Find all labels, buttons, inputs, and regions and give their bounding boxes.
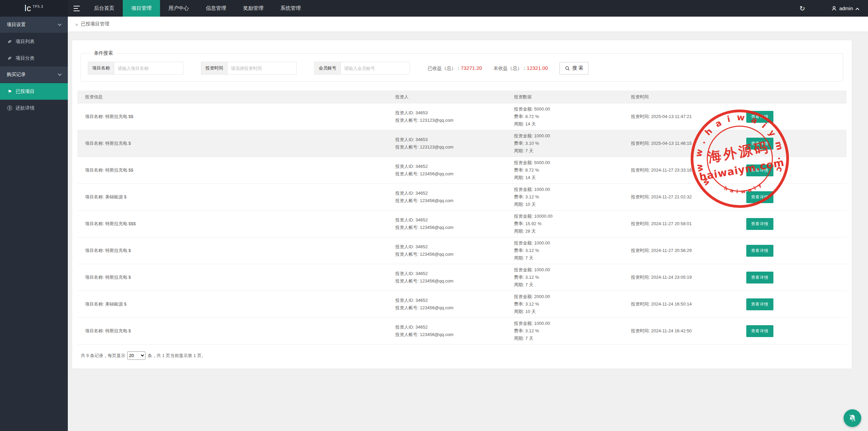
chevron-down-icon — [58, 22, 61, 26]
flag-icon: ⚑ — [7, 89, 13, 94]
cell-invest-data: 投资金额: 1000.00 费率: 3.10 % 周期: 7 天 — [506, 132, 623, 155]
sidebar-item-project-category[interactable]: 项目分类 — [0, 50, 68, 66]
cell-invest-time: 投资时间: 2025-04-13 11:46:15 — [623, 140, 740, 147]
link-icon — [7, 39, 13, 44]
cell-invest-data: 投资金额: 5000.00 费率: 8.72 % 周期: 14 天 — [506, 105, 623, 128]
sidebar-item-label: 项目分类 — [16, 55, 35, 61]
cell-invest-time: 投资时间: 2024-11-27 21:02:32 — [623, 193, 740, 201]
cell-actions: 查看详情 — [740, 218, 847, 230]
breadcrumb: » 已投项目管理 — [68, 17, 868, 32]
cell-actions: 查看详情 — [740, 272, 847, 283]
member-account-group: 会员账号 — [314, 62, 410, 75]
invest-time-input[interactable] — [227, 62, 297, 75]
breadcrumb-arrow-icon: » — [75, 21, 78, 27]
cell-investor: 投资人ID: 34653 投资人帐号: 123123@qq.com — [388, 109, 506, 124]
float-action-button[interactable] — [844, 409, 861, 427]
nav-item-info[interactable]: 信息管理 — [197, 0, 235, 17]
earned-total: 已收益（总）：73271.20 — [428, 65, 482, 72]
view-detail-button[interactable]: 查看详情 — [746, 325, 773, 337]
link-icon — [7, 56, 13, 61]
search-button[interactable]: 搜 索 — [559, 62, 589, 75]
cell-investor: 投资人ID: 34652 投资人帐号: 123456@qq.com — [388, 216, 506, 231]
app-logo-version: TP5.3 — [33, 5, 43, 8]
cell-invest-data: 投资金额: 2000.00 费率: 3.12 % 周期: 10 天 — [506, 293, 623, 315]
nav-item-users[interactable]: 用户中心 — [160, 0, 197, 17]
bell-slash-icon — [848, 414, 857, 423]
project-name-group: 项目名称 — [88, 62, 183, 75]
cell-invest-info: 项目名称: 特斯拉充电 $ — [77, 247, 388, 254]
menu-toggle-icon[interactable] — [68, 0, 85, 17]
pagination-prefix: 共 9 条记录，每页显示 — [81, 353, 125, 359]
chevron-up-icon — [855, 7, 859, 11]
cell-invest-data: 投资金额: 1000.00 费率: 3.12 % 周期: 7 天 — [506, 239, 623, 262]
content-card: 条件搜索 项目名称 投资时间 会员账号 已收益（总）：73271.20 未收益（… — [72, 40, 852, 369]
member-account-input[interactable] — [340, 62, 410, 75]
earned-total-value: 73271.20 — [461, 65, 482, 71]
project-name-input[interactable] — [114, 62, 183, 75]
nav-item-dashboard[interactable]: 后台首页 — [85, 0, 123, 17]
cell-invest-data: 投资金额: 1000.00 费率: 3.12 % 周期: 7 天 — [506, 320, 623, 342]
cell-invest-data: 投资金额: 5000.00 费率: 8.72 % 周期: 14 天 — [506, 159, 623, 181]
table-row: 项目名称: 特斯拉充电 $ 投资人ID: 34653 投资人帐号: 123123… — [77, 130, 847, 157]
view-detail-button[interactable]: 查看详情 — [746, 298, 773, 310]
sidebar: 项目设置 项目列表 项目分类 购买记录 ⚑ 已投项目 $ 还款详情 — [0, 17, 68, 431]
view-detail-button[interactable]: 查看详情 — [746, 111, 773, 123]
app-logo: lcTP5.3 — [0, 0, 68, 17]
pagination-suffix: 条，共 1 页当前显示第 1 页。 — [147, 353, 206, 359]
cell-investor: 投资人ID: 34652 投资人帐号: 123456@qq.com — [388, 270, 506, 285]
nav-item-system[interactable]: 系统管理 — [272, 0, 309, 17]
cell-actions: 查看详情 — [740, 138, 847, 150]
invested-projects-table: 投资信息 投资人 投资数据 投资时间 项目名称: 特斯拉充电 $$ 投资人ID:… — [77, 91, 847, 345]
topbar: lcTP5.3 后台首页 项目管理 用户中心 信息管理 奖励管理 系统管理 ↻ … — [0, 0, 868, 17]
cell-invest-info: 项目名称: 特斯拉充电 $$$ — [77, 220, 388, 228]
invest-time-group: 投资时间 — [201, 62, 297, 75]
table-row: 项目名称: 特斯拉充电 $$ 投资人ID: 34652 投资人帐号: 12345… — [77, 157, 847, 184]
nav-item-rewards[interactable]: 奖励管理 — [235, 0, 272, 17]
member-account-label: 会员账号 — [314, 62, 340, 75]
unearned-total: 未收益（总）：12321.00 — [494, 65, 548, 72]
view-detail-button[interactable]: 查看详情 — [746, 191, 773, 203]
sidebar-item-project-list[interactable]: 项目列表 — [0, 33, 68, 50]
cell-invest-info: 项目名称: 特斯拉充电 $ — [77, 327, 388, 335]
main-content: » 已投项目管理 条件搜索 项目名称 投资时间 会员账号 已收益（总） — [68, 0, 868, 431]
project-name-label: 项目名称 — [88, 62, 114, 75]
header-invest-data: 投资数据 — [506, 94, 623, 100]
cell-invest-data: 投资金额: 1000.00 费率: 3.12 % 周期: 7 天 — [506, 266, 623, 289]
table-row: 项目名称: 特斯拉充电 $$ 投资人ID: 34653 投资人帐号: 12312… — [77, 103, 847, 130]
sidebar-item-invested-projects[interactable]: ⚑ 已投项目 — [0, 83, 68, 100]
admin-menu[interactable]: admin — [823, 0, 868, 17]
view-detail-button[interactable]: 查看详情 — [746, 164, 773, 176]
cell-invest-info: 项目名称: 特斯拉充电 $ — [77, 140, 388, 147]
header-investor: 投资人 — [388, 94, 506, 100]
admin-username: admin — [839, 5, 853, 11]
table-row: 项目名称: 美锦能源 $ 投资人ID: 34652 投资人帐号: 123456@… — [77, 291, 847, 318]
view-detail-button[interactable]: 查看详情 — [746, 218, 773, 230]
cell-invest-info: 项目名称: 特斯拉充电 $ — [77, 274, 388, 281]
view-detail-button[interactable]: 查看详情 — [746, 245, 773, 257]
view-detail-button[interactable]: 查看详情 — [746, 272, 773, 283]
sidebar-group-purchase-records[interactable]: 购买记录 — [0, 66, 68, 83]
cell-invest-time: 投资时间: 2024-11-24 16:42:50 — [623, 327, 740, 335]
search-panel-legend: 条件搜索 — [91, 50, 116, 56]
cell-actions: 查看详情 — [740, 298, 847, 310]
sidebar-item-label: 还款详情 — [16, 105, 35, 111]
table-row: 项目名称: 美锦能源 $ 投资人ID: 34652 投资人帐号: 123456@… — [77, 184, 847, 211]
view-detail-button[interactable]: 查看详情 — [746, 138, 773, 150]
cell-invest-info: 项目名称: 美锦能源 $ — [77, 193, 388, 201]
sidebar-item-repayment-details[interactable]: $ 还款详情 — [0, 100, 68, 116]
cell-invest-time: 投资时间: 2024-11-24 23:05:19 — [623, 274, 740, 281]
chevron-down-icon — [58, 72, 61, 76]
search-panel: 条件搜索 项目名称 投资时间 会员账号 已收益（总）：73271.20 未收益（… — [81, 50, 843, 82]
cell-investor: 投资人ID: 34652 投资人帐号: 123456@qq.com — [388, 243, 506, 258]
dollar-icon: $ — [7, 105, 13, 111]
cell-invest-time: 投资时间: 2024-11-27 20:56:29 — [623, 247, 740, 254]
table-row: 项目名称: 特斯拉充电 $ 投资人ID: 34652 投资人帐号: 123456… — [77, 318, 847, 345]
refresh-icon[interactable]: ↻ — [792, 4, 812, 13]
top-nav: 后台首页 项目管理 用户中心 信息管理 奖励管理 系统管理 — [85, 0, 309, 17]
cell-invest-time: 投资时间: 2025-04-13 11:47:21 — [623, 113, 740, 120]
page-size-select[interactable]: 20 — [127, 351, 145, 360]
sidebar-group-project-settings[interactable]: 项目设置 — [0, 17, 68, 33]
cell-actions: 查看详情 — [740, 325, 847, 337]
table-header: 投资信息 投资人 投资数据 投资时间 — [77, 91, 847, 103]
nav-item-projects[interactable]: 项目管理 — [123, 0, 160, 17]
